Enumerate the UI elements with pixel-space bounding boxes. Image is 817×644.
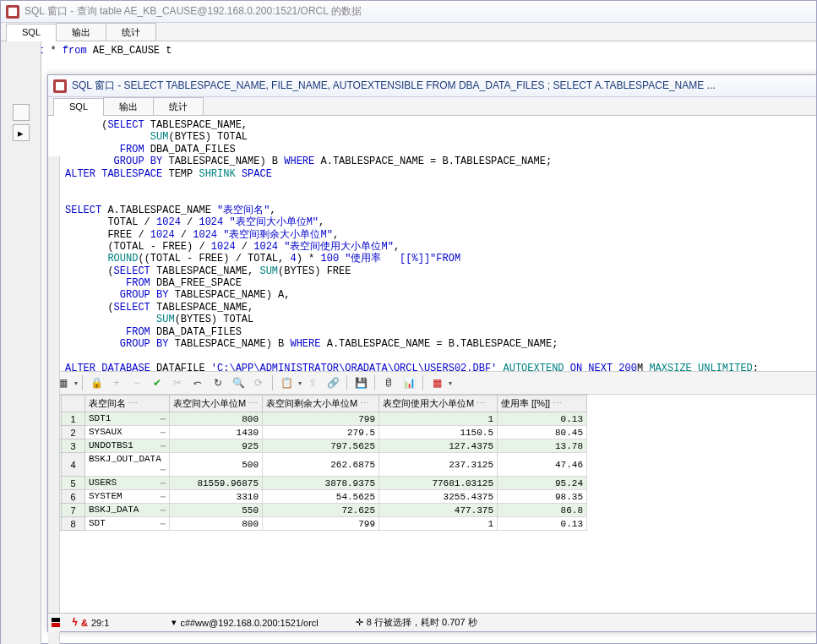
outer-sql-editor[interactable]: select * from AE_KB_CAUSE t bbox=[1, 41, 816, 62]
results-grid[interactable]: 表空间名 ⋯表空间大小单位M ⋯表空间剩余大小单位M ⋯表空间使用大小单位M ⋯… bbox=[48, 395, 816, 604]
link-button[interactable]: 🔗 bbox=[324, 374, 342, 392]
refresh-button[interactable]: ⟳ bbox=[249, 374, 268, 392]
column-header[interactable]: 表空间名 ⋯ bbox=[85, 396, 170, 412]
amp-icon: & bbox=[81, 618, 88, 628]
sql-window-icon bbox=[6, 5, 19, 19]
table-row[interactable]: ▸1SDT1⋯80079910.13 bbox=[49, 412, 587, 426]
table-row[interactable]: 6SYSTEM⋯331054.56253255.437598.35 bbox=[49, 490, 587, 504]
gutter-button-1[interactable] bbox=[13, 104, 30, 121]
delete-row-button[interactable]: − bbox=[128, 374, 146, 392]
tab-sql-inner[interactable]: SQL bbox=[53, 98, 104, 116]
column-header[interactable]: 表空间大小单位M ⋯ bbox=[170, 396, 263, 412]
copy-button[interactable]: 📋 bbox=[277, 374, 296, 392]
status-indicator-icon bbox=[52, 618, 60, 627]
lock-button[interactable]: 🔒 bbox=[87, 374, 106, 392]
error-icon: ϟ bbox=[72, 617, 78, 628]
outer-tabs: SQL 输出 统计 bbox=[1, 23, 816, 41]
table-row[interactable]: 3UNDOTBS1⋯925797.5625127.437513.78 bbox=[49, 439, 587, 453]
table-row[interactable]: 8SDT⋯80079910.13 bbox=[49, 517, 587, 531]
inner-statusbar: ϟ & 29:1 ▾ c##ww@192.168.0.200:1521/orcl… bbox=[48, 613, 816, 631]
table-row[interactable]: 4BSKJ_OUT_DATA⋯500262.6875237.312547.46 bbox=[49, 453, 587, 477]
save-button[interactable]: 💾 bbox=[351, 374, 370, 392]
tab-output-inner[interactable]: 输出 bbox=[103, 97, 154, 115]
column-header[interactable]: 使用率 [[%]] ⋯ bbox=[498, 396, 587, 412]
add-row-button[interactable]: + bbox=[107, 374, 126, 392]
export-button[interactable]: ⇪ bbox=[303, 374, 322, 392]
cursor-position: 29:1 bbox=[91, 618, 109, 628]
outer-titlebar: SQL 窗口 - 查询 table AE_KB_CAUSE@192.168.0.… bbox=[1, 1, 816, 23]
column-header[interactable]: 表空间剩余大小单位M ⋯ bbox=[263, 396, 379, 412]
inner-gutter bbox=[48, 156, 60, 644]
gutter-button-2[interactable]: ▸ bbox=[13, 124, 30, 141]
table-row[interactable]: 2SYSAUX⋯1430279.51150.580.45 bbox=[49, 426, 587, 439]
db-button[interactable]: 🛢 bbox=[379, 374, 398, 392]
inner-window: SQL 窗口 - SELECT TABLESPACE_NAME, FILE_NA… bbox=[47, 74, 817, 632]
inner-title: SQL 窗口 - SELECT TABLESPACE_NAME, FILE_NA… bbox=[72, 79, 716, 93]
inner-titlebar: SQL 窗口 - SELECT TABLESPACE_NAME, FILE_NA… bbox=[48, 75, 816, 97]
tab-stats[interactable]: 统计 bbox=[106, 23, 156, 41]
undo-button[interactable]: ⤺ bbox=[188, 374, 207, 392]
table-row[interactable]: 7BSKJ_DATA⋯55072.625477.37586.8 bbox=[49, 504, 587, 517]
inner-sql-editor[interactable]: (SELECT TABLESPACE_NAME, SUM(BYTES) TOTA… bbox=[48, 116, 816, 371]
connection-label[interactable]: c##ww@192.168.0.200:1521/orcl bbox=[180, 618, 318, 628]
cut-button[interactable]: ✂ bbox=[168, 374, 187, 392]
commit-button[interactable]: ✔ bbox=[148, 374, 166, 392]
tab-output[interactable]: 输出 bbox=[56, 23, 106, 41]
tab-sql[interactable]: SQL bbox=[6, 24, 57, 41]
layout-button[interactable]: ▦ bbox=[428, 374, 446, 392]
redo-button[interactable]: ↻ bbox=[209, 374, 227, 392]
results-toolbar: ▦▾ 🔒 + − ✔ ✂ ⤺ ↻ 🔍 ⟳ 📋▾ ⇪ 🔗 💾 🛢 📊 ▦▾ bbox=[48, 371, 816, 395]
chart-button[interactable]: 📊 bbox=[400, 374, 418, 392]
table-row[interactable]: 5USERS⋯81559.968753878.937577681.0312595… bbox=[49, 477, 587, 490]
inner-tabs: SQL 输出 统计 bbox=[48, 97, 816, 116]
status-message: 8 行被选择，耗时 0.707 秒 bbox=[367, 616, 477, 629]
crosshair-icon: ✛ bbox=[356, 617, 363, 628]
outer-gutter: ▸ bbox=[1, 41, 41, 644]
tab-stats-inner[interactable]: 统计 bbox=[153, 97, 204, 115]
sql-window-icon bbox=[53, 79, 67, 93]
column-header[interactable]: 表空间使用大小单位M ⋯ bbox=[379, 396, 498, 412]
outer-title: SQL 窗口 - 查询 table AE_KB_CAUSE@192.168.0.… bbox=[25, 4, 362, 19]
find-button[interactable]: 🔍 bbox=[229, 374, 248, 392]
